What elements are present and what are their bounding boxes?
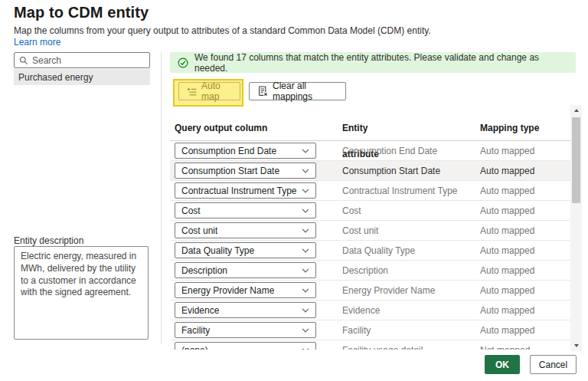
mapping-type-value: Auto mapped	[480, 205, 534, 216]
search-icon	[19, 56, 28, 65]
query-column-select-value: Contractual Instrument Type	[181, 186, 297, 196]
mapping-type-value: Auto mapped	[480, 186, 534, 196]
entity-search-box[interactable]	[14, 52, 150, 68]
mapping-table: Query output column Entity attribute↑ Ma…	[170, 115, 571, 350]
entity-attribute-value: Contractual Instrument Type	[342, 186, 458, 196]
mapping-table-header: Query output column Entity attribute↑ Ma…	[170, 115, 571, 141]
query-column-select[interactable]: Consumption End Date	[175, 143, 316, 159]
table-row: Facility Facility Auto mapped	[170, 320, 571, 340]
entity-attribute-value: Facility	[342, 325, 371, 336]
dialog-subtitle: Map the columns from your query output t…	[14, 25, 431, 36]
scroll-up-icon	[574, 109, 579, 112]
chevron-down-icon	[302, 189, 309, 193]
table-row: Cost unit Cost unit Auto mapped	[170, 221, 571, 241]
query-column-select-value: Evidence	[181, 305, 219, 316]
chevron-down-icon	[302, 248, 309, 253]
page-title: Map to CDM entity	[14, 4, 149, 21]
auto-map-label: Auto map	[201, 80, 232, 102]
scroll-up-button[interactable]	[570, 105, 582, 116]
query-column-select[interactable]: Energy Provider Name	[175, 282, 316, 298]
entity-attribute-value: Consumption Start Date	[342, 166, 440, 176]
query-column-select[interactable]: Consumption Start Date	[175, 163, 316, 179]
mapping-type-value: Auto mapped	[480, 305, 534, 316]
query-column-select-value: Energy Provider Name	[181, 285, 274, 296]
mapping-type-value: Auto mapped	[480, 265, 534, 276]
query-column-select[interactable]: Cost unit	[175, 222, 316, 238]
entity-attribute-value: Description	[342, 265, 388, 276]
auto-map-button[interactable]: Auto map	[178, 82, 240, 100]
query-column-select-value: Cost unit	[181, 225, 217, 236]
learn-more-link[interactable]: Learn more	[14, 37, 60, 48]
query-column-select[interactable]: (none)	[175, 342, 316, 350]
scroll-down-icon	[574, 344, 579, 347]
table-row: (none) Facility usage detail Not mapped	[170, 340, 571, 350]
chevron-down-icon	[302, 308, 309, 313]
table-row: Consumption Start Date Consumption Start…	[170, 161, 571, 181]
mapping-type-value: Auto mapped	[480, 245, 534, 256]
query-column-select[interactable]: Data Quality Type	[175, 242, 316, 258]
mapping-type-value: Auto mapped	[480, 285, 534, 296]
banner-message: We found 17 columns that match the entit…	[194, 52, 568, 74]
mapping-table-body: Consumption End Date Consumption End Dat…	[170, 141, 571, 350]
column-header-mapping-type[interactable]: Mapping type	[480, 115, 539, 141]
clear-mappings-label: Clear all mappings	[273, 80, 338, 102]
entity-description-field[interactable]: Electric energy, measured in MWh, delive…	[14, 246, 149, 340]
query-column-select[interactable]: Evidence	[175, 302, 316, 318]
entity-attribute-value: Consumption End Date	[342, 146, 437, 156]
chevron-down-icon	[302, 268, 309, 273]
entity-attribute-value: Cost unit	[342, 225, 378, 236]
chevron-down-icon	[302, 149, 309, 153]
mapping-type-value: Auto mapped	[480, 325, 534, 336]
query-column-select-value: Cost	[181, 205, 201, 216]
query-column-select-value: Data Quality Type	[181, 245, 254, 256]
query-column-select[interactable]: Description	[175, 262, 316, 278]
chevron-down-icon	[302, 228, 309, 233]
entity-list-item-purchased-energy[interactable]: Purchased energy	[14, 69, 150, 85]
chevron-down-icon	[302, 348, 309, 350]
query-column-select-value: Facility	[181, 325, 210, 336]
query-column-select-value: Description	[181, 265, 227, 276]
column-header-query-output[interactable]: Query output column	[175, 115, 267, 141]
sort-up-icon: ↑	[347, 115, 351, 141]
table-row: Consumption End Date Consumption End Dat…	[170, 141, 571, 161]
entity-attribute-value: Data Quality Type	[342, 245, 415, 256]
ok-button[interactable]: OK	[485, 355, 520, 374]
query-column-select-value: Consumption Start Date	[181, 166, 279, 176]
chevron-down-icon	[302, 169, 309, 173]
table-row: Evidence Evidence Auto mapped	[170, 301, 571, 320]
query-column-select[interactable]: Contractual Instrument Type	[175, 182, 316, 199]
chevron-down-icon	[302, 328, 309, 333]
entity-attribute-value: Energy Provider Name	[342, 285, 435, 296]
success-banner: We found 17 columns that match the entit…	[170, 52, 576, 73]
query-column-select-value: Consumption End Date	[181, 146, 276, 156]
mapping-type-value: Not mapped	[480, 345, 530, 350]
clear-all-mappings-button[interactable]: Clear all mappings	[249, 82, 346, 100]
entity-attribute-value: Evidence	[342, 305, 380, 316]
query-column-select-value: (none)	[181, 345, 208, 350]
checkmark-circle-icon	[178, 57, 188, 68]
mapping-type-value: Auto mapped	[480, 146, 534, 156]
mapping-type-value: Auto mapped	[480, 225, 534, 236]
clear-mappings-icon	[257, 86, 268, 97]
entity-description-label: Entity description	[14, 235, 83, 246]
map-to-cdm-dialog: Map to CDM entity Map the columns from y…	[0, 0, 588, 381]
query-column-select[interactable]: Cost	[175, 202, 316, 218]
scroll-thumb[interactable]	[572, 117, 580, 203]
chevron-down-icon	[302, 288, 309, 293]
table-scrollbar[interactable]	[570, 105, 582, 351]
search-input[interactable]	[32, 55, 151, 66]
table-row: Contractual Instrument Type Contractual …	[170, 181, 571, 201]
query-column-select[interactable]: Facility	[175, 322, 316, 338]
scroll-down-button[interactable]	[570, 340, 582, 351]
auto-map-icon	[187, 87, 197, 97]
cancel-button[interactable]: Cancel	[530, 355, 577, 374]
mapping-type-value: Auto mapped	[480, 166, 534, 176]
entity-attribute-value: Cost	[342, 205, 361, 216]
panel-divider	[161, 51, 162, 343]
entity-list-item-label: Purchased energy	[18, 72, 93, 83]
table-row: Data Quality Type Data Quality Type Auto…	[170, 241, 571, 261]
table-row: Energy Provider Name Energy Provider Nam…	[170, 281, 571, 301]
entity-attribute-value: Facility usage detail	[342, 345, 423, 350]
table-row: Description Description Auto mapped	[170, 261, 571, 281]
chevron-down-icon	[302, 209, 309, 213]
